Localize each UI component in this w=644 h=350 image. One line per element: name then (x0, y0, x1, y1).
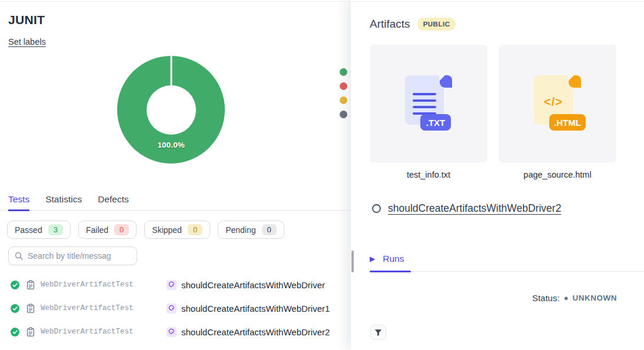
test-row[interactable]: WebDriverArtifactTest shouldCreateArtifa… (0, 320, 389, 344)
drawer-header: Artifacts PUBLIC (370, 18, 456, 31)
click-target-icon (167, 327, 177, 337)
html-file-icon: </> .HTML (534, 75, 581, 132)
passed-check-icon (11, 304, 19, 313)
filter-chip-skipped[interactable]: Skipped 0 (144, 221, 210, 239)
filter-count-badge: 0 (188, 224, 203, 235)
file-ext-badge: .HTML (549, 114, 586, 131)
search-box (8, 246, 137, 265)
status-label: Status: (532, 293, 560, 303)
test-row[interactable]: WebDriverArtifactTest shouldCreateArtifa… (0, 296, 389, 320)
donut-percentage-label: 100.0% (158, 141, 185, 149)
filter-label: Passed (15, 225, 42, 235)
status-dot-icon: ● (564, 294, 569, 302)
search-icon (15, 252, 23, 260)
filter-count-badge: 0 (262, 224, 277, 235)
artifact-filename: page_source.html (499, 170, 616, 179)
search-input[interactable] (28, 251, 131, 261)
runs-toggle[interactable]: ▶ Runs (370, 254, 644, 264)
filter-chip-passed[interactable]: Passed 3 (7, 221, 71, 239)
legend-dot-passed (340, 68, 347, 76)
tab-defects[interactable]: Defects (98, 194, 129, 210)
test-list: WebDriverArtifactTest shouldCreateArtifa… (0, 273, 389, 344)
artifacts-drawer: Artifacts PUBLIC .TXT </> .HTML test_inf… (351, 0, 644, 350)
drawer-scrollbar[interactable] (351, 251, 354, 272)
status-value: UNKNOWN (573, 294, 618, 302)
passed-check-icon (11, 328, 19, 336)
status-filter-chips: Passed 3 Failed 0 Skipped 0 Pending 0 (7, 221, 284, 239)
chart-legend (340, 68, 347, 118)
test-name-link[interactable]: shouldCreateArtifactsWithWebDriver (181, 280, 325, 290)
results-donut-chart: 100.0% (117, 56, 225, 164)
legend-dot-pending (340, 111, 347, 118)
status-row: Status: ● UNKNOWN (532, 293, 617, 303)
top-divider (0, 1, 644, 2)
clipboard-icon (26, 327, 35, 337)
artifact-filenames: test_info.txt page_source.html (370, 170, 616, 179)
funnel-icon (374, 329, 382, 336)
donut-notch (170, 56, 172, 86)
legend-dot-skipped (340, 96, 347, 104)
page-title: JUNIT (8, 13, 45, 27)
drawer-title: Artifacts (370, 18, 410, 31)
tab-statistics[interactable]: Statistics (45, 194, 82, 210)
linked-test-link[interactable]: shouldCreateArtifactsWithWebDriver2 (388, 202, 561, 215)
test-row[interactable]: WebDriverArtifactTest shouldCreateArtifa… (0, 273, 389, 296)
code-glyph: </> (534, 95, 573, 109)
runs-underline (370, 271, 644, 272)
donut-hole (147, 85, 196, 135)
clipboard-icon (26, 304, 35, 314)
legend-dot-failed (340, 82, 347, 90)
artifact-filename: test_info.txt (370, 170, 487, 179)
artifact-card-html[interactable]: </> .HTML (499, 45, 616, 162)
txt-file-icon: .TXT (405, 75, 452, 132)
visibility-badge: PUBLIC (417, 18, 456, 31)
triangle-right-icon: ▶ (370, 255, 375, 263)
filter-label: Pending (225, 225, 255, 235)
test-name-link[interactable]: shouldCreateArtifactsWithWebDriver2 (181, 327, 330, 337)
file-ext-badge: .TXT (420, 114, 451, 131)
runs-label: Runs (383, 254, 404, 264)
unknown-status-circle-icon (372, 204, 381, 213)
filter-chip-failed[interactable]: Failed 0 (78, 221, 137, 239)
filter-chip-pending[interactable]: Pending 0 (218, 221, 284, 239)
clipboard-icon (26, 280, 35, 290)
click-target-icon (167, 280, 177, 290)
linked-test-row: shouldCreateArtifactsWithWebDriver2 (372, 202, 561, 215)
filter-label: Failed (86, 225, 108, 235)
test-name-link[interactable]: shouldCreateArtifactsWithWebDriver1 (181, 304, 330, 314)
passed-check-icon (11, 281, 19, 289)
suite-name: WebDriverArtifactTest (41, 281, 167, 289)
suite-name: WebDriverArtifactTest (41, 304, 167, 312)
set-labels-link[interactable]: Set labels (8, 37, 46, 46)
click-target-icon (167, 304, 177, 314)
filter-count-badge: 3 (48, 224, 63, 235)
filter-button[interactable] (370, 325, 386, 340)
filter-count-badge: 0 (114, 224, 129, 235)
runs-section: ▶ Runs (370, 254, 644, 272)
filter-label: Skipped (152, 225, 182, 235)
artifact-cards: .TXT </> .HTML (370, 45, 616, 162)
tab-tests[interactable]: Tests (8, 194, 29, 211)
artifact-card-txt[interactable]: .TXT (370, 45, 487, 162)
suite-name: WebDriverArtifactTest (41, 328, 167, 336)
